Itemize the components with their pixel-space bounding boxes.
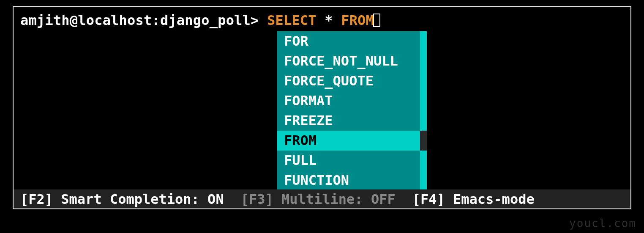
status-smart-completion[interactable]: [F2] Smart Completion: ON bbox=[20, 191, 224, 207]
scrollbar-segment bbox=[420, 170, 427, 190]
completion-scrollbar[interactable] bbox=[420, 31, 427, 190]
status-emacs-mode[interactable]: [F4] Emacs-mode bbox=[412, 191, 535, 207]
prompt-prefix: amjith@localhost:django_poll> bbox=[20, 12, 259, 28]
scrollbar-segment bbox=[420, 71, 427, 91]
completion-item[interactable]: FORCE_QUOTE bbox=[277, 71, 420, 91]
completion-item[interactable]: FORMAT bbox=[277, 91, 420, 111]
prompt-line[interactable]: amjith@localhost:django_poll> SELECT * F… bbox=[20, 12, 380, 28]
completion-menu[interactable]: FOR FORCE_NOT_NULL FORCE_QUOTE FORMAT FR… bbox=[277, 31, 420, 190]
completion-item[interactable]: FORCE_NOT_NULL bbox=[277, 51, 420, 71]
scrollbar-segment bbox=[420, 91, 427, 111]
scrollbar-segment bbox=[420, 31, 427, 51]
completion-item[interactable]: FOR bbox=[277, 31, 420, 51]
completion-item[interactable]: FULL bbox=[277, 151, 420, 170]
status-multiline[interactable]: [F3] Multiline: OFF bbox=[241, 191, 396, 207]
scrollbar-thumb[interactable] bbox=[420, 131, 427, 151]
scrollbar-segment bbox=[420, 51, 427, 71]
scrollbar-segment bbox=[420, 111, 427, 131]
completion-item[interactable]: FREEZE bbox=[277, 111, 420, 131]
terminal-window[interactable]: amjith@localhost:django_poll> SELECT * F… bbox=[13, 6, 631, 209]
sql-star: * bbox=[325, 12, 333, 28]
sql-from: FROM bbox=[341, 12, 374, 28]
cursor-icon bbox=[373, 14, 380, 27]
completion-item[interactable]: FUNCTION bbox=[277, 170, 420, 190]
completion-item-selected[interactable]: FROM bbox=[277, 131, 420, 151]
sql-select: SELECT bbox=[267, 12, 317, 28]
scrollbar-segment bbox=[420, 151, 427, 170]
watermark: youcl.com bbox=[569, 217, 636, 230]
status-bar: [F2] Smart Completion: ON [F3] Multiline… bbox=[14, 189, 630, 208]
